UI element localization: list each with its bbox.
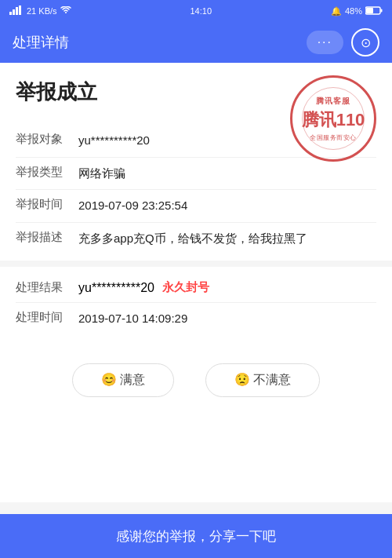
more-button[interactable]: ··· [307, 31, 343, 54]
svg-rect-5 [381, 9, 383, 12]
status-left: 21 KB/s [9, 5, 71, 16]
svg-rect-0 [9, 12, 12, 15]
satisfied-button[interactable]: 😊 满意 [72, 363, 174, 397]
speed-text: 21 KB/s [27, 6, 57, 16]
report-desc-row: 举报描述 充多多app充Q币，给钱不发货，给我拉黑了 [16, 223, 376, 255]
report-type-row: 举报类型 网络诈骗 [16, 158, 376, 191]
svg-rect-2 [16, 7, 18, 15]
bottom-share-bar[interactable]: 感谢您的举报，分享一下吧 [0, 514, 392, 558]
result-value-container: yu**********20 永久封号 [78, 280, 209, 295]
battery-icon [365, 6, 383, 16]
battery-text: 48% [345, 6, 362, 16]
tencent-stamp: 腾讯客服 腾讯110 全国服务而安心 [290, 75, 376, 162]
signal-text [9, 5, 24, 16]
target-icon: ⊙ [361, 35, 371, 50]
result-time-row: 处理时间 2019-07-10 14:09:29 [16, 303, 376, 335]
report-time-row: 举报时间 2019-07-09 23:25:54 [16, 190, 376, 223]
notification-icon: 🔔 [331, 6, 342, 16]
report-desc-label: 举报描述 [16, 230, 78, 245]
svg-rect-6 [366, 8, 373, 13]
result-row: 处理结果 yu**********20 永久封号 [16, 273, 376, 303]
bottom-bar-text: 感谢您的举报，分享一下吧 [116, 527, 276, 545]
svg-rect-1 [13, 9, 15, 15]
result-time-value: 2019-07-10 14:09:29 [78, 310, 376, 328]
report-target-label: 举报对象 [16, 132, 78, 147]
status-right: 🔔 48% [331, 6, 383, 16]
banned-badge: 永久封号 [162, 280, 209, 295]
target-button[interactable]: ⊙ [351, 28, 379, 57]
status-time: 14:10 [190, 6, 212, 16]
dissatisfied-button[interactable]: 😟 不满意 [205, 363, 320, 397]
main-content: 腾讯客服 腾讯110 全国服务而安心 举报成立 举报对象 yu*********… [0, 63, 392, 502]
report-time-label: 举报时间 [16, 197, 78, 212]
report-type-value: 网络诈骗 [78, 165, 376, 183]
result-time-label: 处理时间 [16, 310, 78, 325]
section-divider [0, 261, 392, 267]
result-section: 处理结果 yu**********20 永久封号 处理时间 2019-07-10… [16, 273, 376, 335]
report-type-label: 举报类型 [16, 165, 78, 180]
feedback-buttons: 😊 满意 😟 不满意 [16, 357, 376, 403]
header-title: 处理详情 [13, 33, 69, 52]
header-actions: ··· ⊙ [307, 28, 379, 57]
status-bar: 21 KB/s 14:10 🔔 48% [0, 0, 392, 22]
report-time-value: 2019-07-09 23:25:54 [78, 197, 376, 215]
result-account: yu**********20 [78, 281, 154, 295]
header: 处理详情 ··· ⊙ [0, 22, 392, 63]
wifi-icon [60, 6, 71, 16]
svg-rect-3 [19, 5, 21, 15]
result-label: 处理结果 [16, 280, 78, 295]
report-desc-value: 充多多app充Q币，给钱不发货，给我拉黑了 [78, 230, 376, 248]
